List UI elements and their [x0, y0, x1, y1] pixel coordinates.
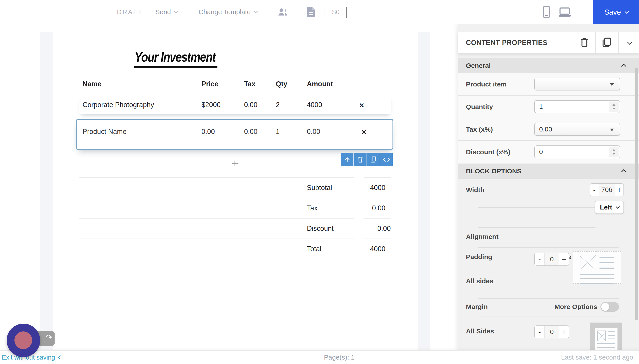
delete-block-button[interactable] — [354, 153, 367, 166]
width-increment-button[interactable]: + — [615, 184, 623, 196]
width-value[interactable]: 706 — [599, 184, 615, 196]
code-block-button[interactable] — [380, 153, 393, 166]
discount-label: Discount (x%) — [466, 141, 510, 163]
product-amount: 0.00 — [304, 128, 391, 136]
remove-row-button[interactable]: ✕ — [360, 128, 368, 136]
change-template-button[interactable]: Change Template — [199, 0, 256, 24]
tax-value: 0.00 — [539, 126, 552, 133]
all-sides-stepper: - 0 + — [534, 253, 569, 266]
alignment-select[interactable]: Left — [595, 200, 624, 214]
summary-row-tax: Tax 0.00 — [79, 198, 391, 218]
margin-all-sides-decrement-button[interactable]: - — [535, 326, 544, 338]
col-header-amount: Amount — [304, 80, 391, 88]
redo-icon[interactable]: ↷ — [46, 333, 52, 342]
chevron-left-icon — [58, 355, 62, 360]
save-label: Save — [604, 8, 621, 16]
spinner-up-icon — [612, 104, 615, 106]
header-divider — [618, 32, 619, 53]
fees-total-button[interactable]: $0 — [332, 0, 340, 24]
product-tax: 0.00 — [241, 128, 273, 136]
field-quantity: Quantity 1 — [458, 96, 639, 118]
move-up-button[interactable] — [341, 153, 354, 166]
add-block-button[interactable]: + — [223, 156, 247, 171]
desktop-preview-button[interactable] — [558, 0, 571, 24]
quantity-input[interactable]: 1 — [534, 100, 620, 113]
mobile-preview-button[interactable] — [543, 0, 550, 24]
discount-value: 0.00 — [364, 218, 391, 238]
chevron-down-icon — [254, 10, 258, 13]
row-divider — [478, 316, 619, 317]
quantity-label: Quantity — [466, 96, 493, 118]
delete-content-button[interactable] — [574, 32, 594, 53]
product-name: Corporate Photography — [79, 101, 198, 109]
discount-input[interactable]: 0 — [534, 146, 620, 158]
last-save-label: Last save: 1 second ago — [561, 351, 633, 364]
selected-product-block[interactable]: Product Name 0.00 0.00 1 0.00 ✕ — [76, 119, 393, 150]
remove-row-button[interactable]: ✕ — [357, 102, 366, 109]
quantity-value: 1 — [539, 103, 543, 110]
section-block-options-label: BLOCK OPTIONS — [466, 167, 521, 175]
summary-row-total: Total 4000 — [79, 238, 391, 259]
chevron-down-icon — [624, 9, 629, 14]
laptop-icon — [558, 7, 571, 17]
tax-select[interactable]: 0.00 — [534, 123, 620, 136]
margin-all-sides-value[interactable]: 0 — [544, 326, 559, 338]
tax-value: 0.00 — [364, 198, 391, 218]
product-row[interactable]: Corporate Photography $2000 0.00 2 4000 … — [79, 95, 391, 114]
collapse-panel-button[interactable] — [619, 32, 639, 53]
contacts-button[interactable] — [277, 0, 288, 24]
page-gutter-right — [418, 32, 430, 350]
field-product-item: Product item — [458, 73, 639, 95]
send-button[interactable]: Send — [155, 0, 177, 24]
sidebar-scrollbar[interactable] — [635, 68, 638, 320]
margin-illustration — [590, 322, 622, 350]
toolbar-divider — [187, 7, 187, 18]
draft-status-label: DRAFT — [117, 8, 143, 16]
draft-status-badge: DRAFT — [117, 0, 143, 24]
chat-widget-button[interactable] — [7, 324, 40, 357]
caret-down-icon — [610, 83, 614, 86]
margin-label: Margin — [466, 303, 488, 310]
people-icon — [277, 7, 288, 17]
width-decrement-button[interactable]: - — [590, 184, 599, 196]
section-block-options[interactable]: BLOCK OPTIONS — [458, 164, 639, 179]
image-placeholder-icon — [597, 330, 606, 341]
caret-down-icon — [610, 128, 614, 131]
product-price: $2000 — [198, 101, 241, 109]
total-value: 4000 — [364, 238, 391, 259]
row-divider — [478, 227, 595, 228]
fees-total-label: $0 — [332, 8, 340, 16]
save-button[interactable]: Save — [593, 0, 639, 24]
all-sides-value[interactable]: 0 — [544, 253, 559, 265]
page-title[interactable]: Your Investment — [134, 49, 217, 68]
summary-row-subtotal: Subtotal 4000 — [79, 177, 391, 198]
all-sides-decrement-button[interactable]: - — [535, 253, 544, 265]
document-fee-button[interactable] — [307, 0, 315, 24]
duplicate-block-button[interactable] — [367, 153, 380, 166]
col-header-tax: Tax — [241, 80, 273, 88]
tax-label: Tax — [307, 204, 317, 212]
product-item-label: Product item — [466, 73, 507, 95]
arrow-up-icon — [344, 156, 351, 163]
margin-all-sides-increment-button[interactable]: + — [559, 326, 569, 338]
width-label: Width — [466, 186, 484, 194]
row-divider — [478, 298, 619, 298]
margin-more-options-toggle[interactable] — [600, 302, 619, 312]
discount-label: Discount — [307, 224, 334, 232]
change-template-label: Change Template — [199, 8, 251, 16]
page-count-label: Page(s): 1 — [324, 351, 355, 364]
all-sides-label: All sides — [466, 277, 493, 285]
number-stepper[interactable] — [609, 102, 619, 112]
all-sides-increment-button[interactable]: + — [559, 253, 569, 265]
section-general[interactable]: General — [458, 58, 639, 73]
product-item-select[interactable] — [534, 78, 620, 90]
send-label: Send — [155, 8, 171, 16]
chat-status-dot — [15, 332, 32, 349]
trash-icon — [357, 156, 364, 163]
duplicate-content-button[interactable] — [597, 32, 617, 53]
code-icon — [383, 156, 390, 163]
summary-row-discount: Discount 0.00 — [79, 218, 391, 238]
pricing-table-header: Name Price Tax Qty Amount — [79, 73, 391, 95]
header-divider — [595, 32, 596, 53]
number-stepper[interactable] — [609, 147, 619, 157]
